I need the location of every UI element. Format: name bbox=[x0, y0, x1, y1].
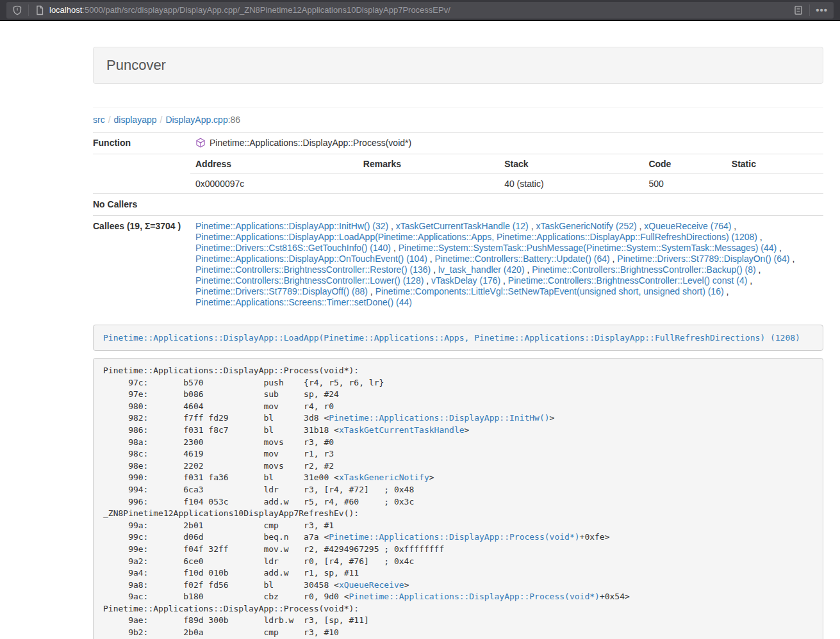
column-remarks: Remarks bbox=[358, 154, 499, 174]
disassembly-text: 9ae: f89d 300b ldrb.w r3, [sp, #11] bbox=[103, 615, 369, 625]
divider-rule bbox=[93, 108, 823, 108]
page-icon[interactable] bbox=[35, 5, 45, 15]
breadcrumb-link-displayapp[interactable]: displayapp bbox=[114, 115, 157, 125]
callee-link[interactable]: Pinetime::Applications::DisplayApp::Init… bbox=[195, 221, 388, 231]
function-detail-row: Address Remarks Stack Code Static 0x0000… bbox=[93, 154, 823, 194]
highlighted-symbol-box: Pinetime::Applications::DisplayApp::Load… bbox=[93, 325, 823, 351]
callee-link[interactable]: Pinetime::Applications::DisplayApp::OnTo… bbox=[195, 254, 427, 264]
disassembly-text: 99e: f04f 32ff mov.w r2, #4294967295 ; 0… bbox=[103, 544, 444, 554]
breadcrumb: src/displayapp/DisplayApp.cpp:86 bbox=[93, 113, 823, 126]
detail-header-row: Address Remarks Stack Code Static bbox=[190, 154, 823, 174]
no-callers-cell bbox=[190, 194, 823, 216]
disassembly-text: 994: 6ca3 ldr r3, [r4, #72] ; 0x48 bbox=[103, 485, 414, 494]
url-bar[interactable]: localhost:5000/path/src/displayapp/Displ… bbox=[6, 2, 834, 19]
disassembly-symbol-link[interactable]: Pinetime::Applications::DisplayApp::Proc… bbox=[349, 592, 600, 601]
disassembly-text: 996: f104 053c add.w r5, r4, #60 ; 0x3c bbox=[103, 497, 414, 506]
disassembly-text: > bbox=[429, 473, 434, 482]
callee-link[interactable]: xTaskGenericNotify (252) bbox=[536, 221, 636, 231]
function-detail-table: Address Remarks Stack Code Static 0x0000… bbox=[190, 154, 823, 193]
static-value bbox=[727, 174, 823, 194]
disassembly-symbol-link[interactable]: Pinetime::Applications::DisplayApp::Proc… bbox=[329, 532, 579, 542]
highlighted-symbol-link[interactable]: Pinetime::Applications::DisplayApp::Load… bbox=[103, 333, 800, 343]
url-path: :5000/path/src/displayapp/DisplayApp.cpp… bbox=[82, 5, 450, 15]
disassembly-text: 98e: 2202 movs r2, #2 bbox=[103, 461, 334, 471]
function-detail-empty-label bbox=[93, 154, 190, 194]
url-text[interactable]: localhost:5000/path/src/displayapp/Displ… bbox=[49, 5, 793, 15]
disassembly-text: 9b2: 2b0a cmp r3, #10 bbox=[103, 627, 339, 637]
address-value: 0x0000097c bbox=[190, 174, 358, 194]
disassembly-text: 9ac: b180 cbz r0, 9d0 < bbox=[103, 592, 349, 601]
callee-link[interactable]: xQueueReceive (764) bbox=[644, 221, 731, 231]
remarks-value bbox=[358, 174, 499, 194]
disassembly-text: +0x54> bbox=[600, 592, 630, 601]
callee-link[interactable]: Pinetime::Applications::DisplayApp::Load… bbox=[195, 232, 757, 242]
function-name-cell: Pinetime::Applications::DisplayApp::Proc… bbox=[190, 133, 823, 154]
function-info-table: Function Pinetime::Applications::Display… bbox=[93, 132, 823, 313]
disassembly-text: 982: f7ff fd29 bl 3d8 < bbox=[103, 413, 329, 423]
disassembly-text: _ZN8Pinetime12Applications10DisplayApp7R… bbox=[103, 508, 359, 518]
breadcrumb-line-number: :86 bbox=[228, 115, 240, 125]
callee-link[interactable]: Pinetime::Drivers::St7789::DisplayOff() … bbox=[195, 286, 368, 296]
disassembly-symbol-link[interactable]: xTaskGetCurrentTaskHandle bbox=[339, 425, 465, 435]
disassembly-text: 9a2: 6ce0 ldr r0, [r4, #76] ; 0x4c bbox=[103, 556, 414, 566]
callee-link[interactable]: Pinetime::Components::LittleVgl::SetNewT… bbox=[375, 286, 724, 296]
disassembly-symbol-link[interactable]: xTaskGenericNotify bbox=[339, 473, 429, 482]
disassembly-text: 98c: 4619 mov r1, r3 bbox=[103, 449, 334, 458]
callee-link[interactable]: vTaskDelay (176) bbox=[431, 275, 500, 286]
url-host: localhost bbox=[49, 5, 82, 15]
disassembly-text: Pinetime::Applications::DisplayApp::Proc… bbox=[103, 604, 359, 613]
shield-icon[interactable] bbox=[12, 5, 22, 15]
breadcrumb-link-src[interactable]: src bbox=[93, 115, 105, 125]
column-code: Code bbox=[643, 154, 726, 174]
disassembly-listing: Pinetime::Applications::DisplayApp::Proc… bbox=[93, 358, 823, 639]
callees-cell: Pinetime::Applications::DisplayApp::Init… bbox=[190, 216, 823, 314]
disassembly-text: 97c: b570 push {r4, r5, r6, lr} bbox=[103, 378, 384, 387]
symbol-cube-icon bbox=[195, 138, 206, 148]
callees-row: Callees (19, Σ=3704 ) Pinetime::Applicat… bbox=[93, 216, 823, 314]
function-name: Pinetime::Applications::DisplayApp::Proc… bbox=[210, 138, 411, 148]
disassembly-text: > bbox=[404, 580, 409, 590]
column-static: Static bbox=[727, 154, 823, 174]
callee-link[interactable]: Pinetime::Drivers::Cst816S::GetTouchInfo… bbox=[195, 243, 391, 253]
disassembly-text: 986: f031 f8c7 bl 31b18 < bbox=[103, 425, 339, 435]
function-label: Function bbox=[93, 133, 190, 154]
no-callers-row: No Callers bbox=[93, 194, 823, 216]
disassembly-symbol-link[interactable]: Pinetime::Applications::DisplayApp::Init… bbox=[329, 413, 549, 423]
callee-link[interactable]: Pinetime::System::SystemTask::PushMessag… bbox=[399, 243, 777, 253]
callee-link[interactable]: Pinetime::Applications::Screens::Timer::… bbox=[195, 297, 412, 307]
disassembly-symbol-link[interactable]: xQueueReceive bbox=[339, 580, 404, 590]
breadcrumb-separator: / bbox=[157, 115, 166, 125]
disassembly-text: Pinetime::Applications::DisplayApp::Proc… bbox=[103, 366, 359, 375]
detail-value-row: 0x0000097c 40 (static) 500 bbox=[190, 174, 823, 194]
disassembly-text: > bbox=[465, 425, 470, 435]
breadcrumb-link-file[interactable]: DisplayApp.cpp bbox=[165, 115, 227, 125]
stack-value: 40 (static) bbox=[499, 174, 643, 194]
callee-link[interactable]: Pinetime::Controllers::BrightnessControl… bbox=[532, 264, 755, 275]
callee-link[interactable]: Pinetime::Controllers::BrightnessControl… bbox=[508, 275, 747, 286]
callee-link[interactable]: Pinetime::Controllers::Battery::Update()… bbox=[435, 254, 610, 264]
callee-link[interactable]: xTaskGetCurrentTaskHandle (12) bbox=[396, 221, 529, 231]
column-address: Address bbox=[190, 154, 358, 174]
disassembly-text: 98a: 2300 movs r3, #0 bbox=[103, 437, 334, 447]
urlbar-divider-right bbox=[809, 4, 810, 16]
disassembly-text: 99c: d06d beq.n a7a < bbox=[103, 532, 329, 542]
browser-toolbar: localhost:5000/path/src/displayapp/Displ… bbox=[0, 0, 840, 21]
callee-link[interactable]: lv_task_handler (420) bbox=[438, 264, 525, 275]
no-callers-label: No Callers bbox=[93, 194, 190, 216]
urlbar-divider bbox=[28, 4, 29, 16]
disassembly-text: 97e: b086 sub sp, #24 bbox=[103, 389, 339, 399]
callee-link[interactable]: Pinetime::Controllers::BrightnessControl… bbox=[195, 264, 431, 275]
column-stack: Stack bbox=[499, 154, 643, 174]
callee-link[interactable]: Pinetime::Controllers::BrightnessControl… bbox=[195, 275, 424, 286]
code-value: 500 bbox=[643, 174, 726, 194]
app-header: Puncover bbox=[93, 47, 823, 84]
function-row: Function Pinetime::Applications::Display… bbox=[93, 133, 823, 154]
disassembly-text: > bbox=[550, 413, 555, 423]
more-icon[interactable]: ••• bbox=[816, 5, 828, 15]
page-title: Puncover bbox=[106, 57, 810, 74]
callee-link[interactable]: Pinetime::Drivers::St7789::DisplayOn() (… bbox=[617, 254, 789, 264]
disassembly-text: 980: 4604 mov r4, r0 bbox=[103, 401, 334, 411]
breadcrumb-separator: / bbox=[105, 115, 114, 125]
reader-view-icon[interactable] bbox=[793, 5, 803, 15]
callees-label: Callees (19, Σ=3704 ) bbox=[93, 216, 190, 314]
